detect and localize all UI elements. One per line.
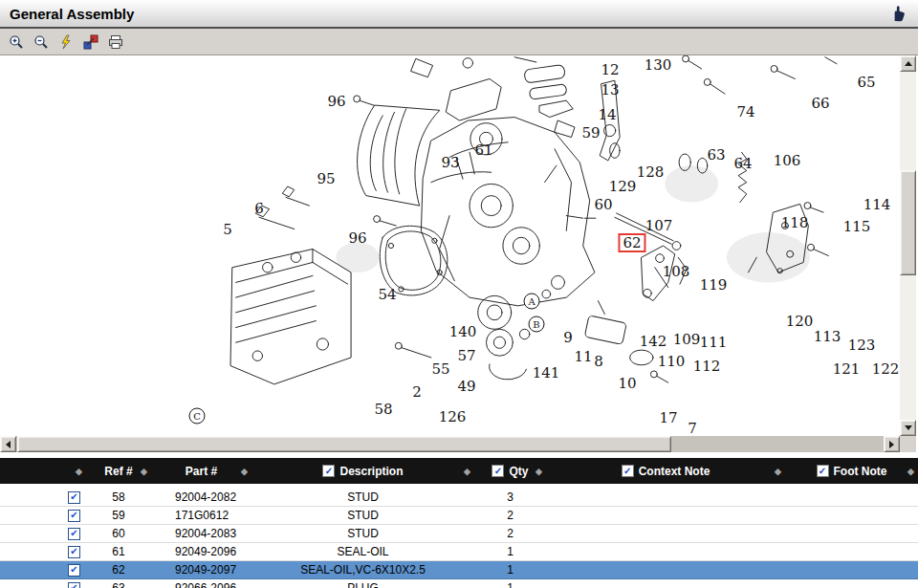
h-scroll-thumb[interactable] (17, 436, 671, 452)
part-callout[interactable]: 108 (663, 263, 690, 280)
part-callout[interactable]: 123 (848, 337, 876, 354)
diagram-viewport[interactable]: 9612131306566741459619312812963641069560… (0, 55, 900, 436)
part-callout[interactable]: 114 (863, 196, 891, 213)
part-callout[interactable]: 10 (618, 375, 636, 392)
part-callout[interactable]: 11 (574, 348, 592, 365)
part-callout[interactable]: 7 (688, 420, 697, 436)
part-callout[interactable]: 58 (374, 401, 392, 418)
part-callout[interactable]: 113 (814, 328, 842, 345)
sort-icon[interactable]: ◆ (775, 467, 781, 475)
scroll-left-button[interactable] (0, 436, 16, 452)
part-callout[interactable]: 130 (645, 56, 672, 74)
column-description[interactable]: Description ◆ (251, 458, 474, 484)
part-callout[interactable]: 14 (598, 106, 616, 123)
column-qty[interactable]: Qty ◆ (474, 458, 546, 484)
part-callout[interactable]: 95 (317, 170, 335, 187)
sort-icon[interactable]: ◆ (141, 467, 147, 475)
part-callout[interactable]: 118 (781, 214, 809, 231)
column-part[interactable]: Part # ◆ (151, 458, 251, 484)
part-callout[interactable]: 96 (348, 229, 366, 247)
part-callout[interactable]: 126 (439, 408, 467, 425)
cell-row-actions (0, 582, 86, 588)
part-callout[interactable]: 17 (659, 409, 677, 426)
part-callout[interactable]: 141 (533, 364, 560, 381)
table-row[interactable]: 5892004-2082STUD3 (0, 489, 918, 507)
hotspots-button[interactable] (55, 32, 76, 53)
part-callout[interactable]: 93 (441, 154, 459, 171)
part-callout[interactable]: 12 (601, 61, 619, 78)
scroll-right-button[interactable] (884, 436, 900, 452)
part-callout[interactable]: 63 (707, 146, 725, 163)
part-callout[interactable]: 65 (857, 74, 875, 91)
scroll-up-button[interactable] (900, 55, 916, 72)
part-callout[interactable]: 96 (327, 93, 345, 110)
part-callout[interactable]: 74 (736, 103, 754, 120)
part-callout[interactable]: 55 (431, 360, 449, 378)
part-callout[interactable]: 110 (658, 353, 686, 370)
table-row[interactable]: 6192049-2096SEAL-OIL1 (0, 543, 918, 561)
part-callout-highlighted[interactable]: 62 (618, 233, 645, 252)
qty-filter-checkbox[interactable] (492, 465, 504, 477)
h-scrollbar[interactable] (0, 436, 900, 452)
part-callout[interactable]: 59 (581, 124, 600, 142)
table-row[interactable]: 6392066-2096PLUG1 (0, 579, 918, 588)
row-edit-check-icon[interactable] (68, 582, 80, 588)
part-callout[interactable]: 129 (609, 178, 637, 195)
cell-description: STUD (251, 490, 474, 504)
part-callout[interactable]: 120 (786, 313, 814, 330)
v-scroll-thumb[interactable] (900, 170, 916, 275)
sort-icon[interactable]: ◆ (241, 467, 248, 475)
part-callout[interactable]: 54 (378, 286, 396, 303)
part-callout[interactable]: 109 (673, 331, 701, 348)
table-row[interactable]: 6292049-2097SEAL-OIL,VC-6X10X2.51 (0, 561, 918, 579)
part-callout[interactable]: 121 (833, 360, 861, 378)
part-callout[interactable]: 8 (594, 353, 603, 370)
part-callout[interactable]: 6 (254, 200, 264, 217)
related-parts-button[interactable] (80, 32, 101, 53)
print-button[interactable] (105, 32, 126, 53)
row-edit-check-icon[interactable] (68, 510, 80, 522)
part-callout[interactable]: 122 (872, 360, 900, 378)
row-edit-check-icon[interactable] (68, 528, 80, 540)
column-select[interactable]: ◆ (0, 458, 86, 484)
part-callout[interactable]: 9 (563, 329, 573, 346)
row-edit-check-icon[interactable] (68, 546, 80, 558)
scroll-down-button[interactable] (900, 420, 916, 436)
part-callout[interactable]: 112 (693, 358, 721, 375)
column-foot-note[interactable]: Foot Note ◆ (785, 458, 918, 484)
row-edit-check-icon[interactable] (68, 564, 80, 577)
part-callout[interactable]: 13 (601, 81, 619, 98)
part-callout[interactable]: 107 (645, 217, 673, 234)
part-callout[interactable]: 49 (457, 378, 475, 395)
part-callout[interactable]: 60 (594, 196, 612, 213)
part-callout[interactable]: 128 (637, 163, 665, 181)
table-row[interactable]: 59171G0612STUD2 (0, 507, 918, 525)
description-filter-checkbox[interactable] (322, 465, 335, 477)
context-note-filter-checkbox[interactable] (622, 465, 634, 477)
foot-note-filter-checkbox[interactable] (817, 465, 829, 477)
sort-icon[interactable]: ◆ (464, 467, 470, 475)
column-context-note[interactable]: Context Note ◆ (546, 458, 785, 484)
zoom-in-button[interactable] (6, 32, 27, 53)
zoom-out-button[interactable] (31, 32, 52, 53)
part-callout[interactable]: 140 (449, 323, 477, 340)
sort-icon[interactable]: ◆ (76, 467, 82, 475)
part-callout[interactable]: 5 (223, 221, 232, 238)
part-callout[interactable]: 115 (843, 218, 871, 235)
pan-hand-button[interactable] (887, 3, 908, 24)
part-callout[interactable]: 61 (474, 142, 492, 159)
part-callout[interactable]: 57 (457, 347, 475, 364)
part-callout[interactable]: 2 (412, 383, 422, 401)
part-callout[interactable]: 111 (700, 334, 728, 351)
part-callout[interactable]: 106 (774, 152, 801, 169)
column-ref[interactable]: Ref # ◆ (86, 458, 151, 484)
sort-icon[interactable]: ◆ (536, 467, 542, 475)
part-callout[interactable]: 119 (700, 276, 728, 294)
row-edit-check-icon[interactable] (68, 491, 80, 504)
table-row[interactable]: 6092004-2083STUD2 (0, 525, 918, 543)
part-callout[interactable]: 64 (733, 155, 752, 172)
v-scrollbar[interactable] (900, 55, 916, 436)
part-callout[interactable]: 66 (811, 95, 829, 112)
part-callout[interactable]: 142 (640, 333, 667, 350)
sort-icon[interactable]: ◆ (907, 467, 914, 475)
